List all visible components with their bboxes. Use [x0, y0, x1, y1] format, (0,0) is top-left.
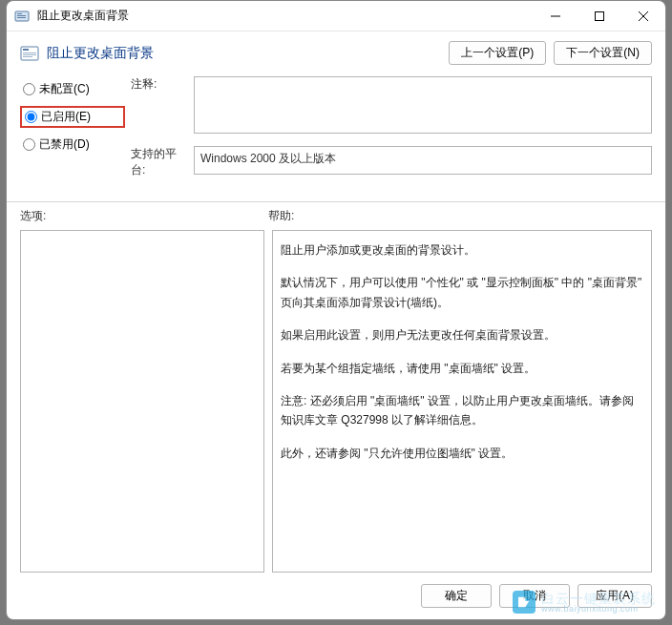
comment-label: 注释:	[131, 76, 188, 93]
ok-button[interactable]: 确定	[421, 584, 492, 608]
radio-not-configured-label: 未配置(C)	[39, 81, 90, 97]
apply-button[interactable]: 应用(A)	[578, 584, 652, 608]
help-p1: 默认情况下，用户可以使用 "个性化" 或 "显示控制面板" 中的 "桌面背景" …	[281, 273, 643, 312]
supported-platform: Windows 2000 及以上版本	[194, 146, 652, 175]
help-label: 帮助:	[268, 208, 294, 224]
svg-rect-5	[596, 11, 604, 20]
panel-labels: 选项: 帮助:	[7, 208, 665, 230]
svg-rect-10	[23, 52, 36, 53]
radio-disabled-input[interactable]	[23, 138, 35, 151]
next-setting-button[interactable]: 下一个设置(N)	[554, 41, 652, 65]
radio-enabled[interactable]: 已启用(E)	[20, 106, 125, 128]
svg-rect-11	[23, 54, 36, 55]
radio-not-configured[interactable]: 未配置(C)	[20, 80, 125, 98]
platform-value: Windows 2000 及以上版本	[200, 152, 336, 165]
svg-rect-1	[17, 13, 22, 14]
help-p0: 阻止用户添加或更改桌面的背景设计。	[281, 240, 643, 260]
svg-rect-3	[17, 17, 26, 18]
maximize-button[interactable]	[578, 1, 621, 31]
close-button[interactable]	[621, 1, 665, 31]
minimize-button[interactable]	[534, 1, 578, 31]
app-icon	[14, 9, 30, 24]
radio-enabled-input[interactable]	[25, 111, 37, 123]
help-p4: 注意: 还必须启用 "桌面墙纸" 设置，以防止用户更改桌面墙纸。请参阅知识库文章…	[281, 391, 643, 430]
help-p2: 如果启用此设置，则用户无法更改任何桌面背景设置。	[281, 325, 643, 344]
bottom-bar: 确定 取消 应用(A) 白云一键重装系统 www.baiyunxitong.co…	[7, 573, 665, 619]
radio-enabled-label: 已启用(E)	[41, 109, 91, 125]
window-title: 阻止更改桌面背景	[37, 8, 534, 24]
policy-title: 阻止更改桌面背景	[47, 45, 154, 62]
config-grid: 未配置(C) 已启用(E) 已禁用(D) 注释: 支持的平台: Windows …	[7, 65, 665, 196]
cancel-button[interactable]: 取消	[499, 584, 570, 608]
comment-input[interactable]	[194, 76, 652, 134]
state-radio-group: 未配置(C) 已启用(E) 已禁用(D)	[20, 76, 125, 154]
platform-label: 支持的平台:	[131, 146, 188, 178]
panels: 阻止用户添加或更改桌面的背景设计。 默认情况下，用户可以使用 "个性化" 或 "…	[7, 230, 665, 573]
help-p3: 若要为某个组指定墙纸，请使用 "桌面墙纸" 设置。	[281, 359, 643, 378]
policy-icon	[20, 44, 39, 63]
previous-setting-button[interactable]: 上一个设置(P)	[449, 41, 546, 65]
svg-rect-9	[23, 49, 29, 51]
radio-disabled-label: 已禁用(D)	[39, 136, 90, 153]
options-panel	[20, 230, 264, 573]
options-label: 选项:	[20, 208, 268, 224]
svg-rect-2	[17, 15, 26, 16]
radio-not-configured-input[interactable]	[23, 83, 35, 95]
dialog-window: 阻止更改桌面背景 阻止更改桌面背景 上一个设置(P) 下一个设置(N) 未配置(…	[6, 0, 666, 620]
help-panel: 阻止用户添加或更改桌面的背景设计。 默认情况下，用户可以使用 "个性化" 或 "…	[272, 230, 652, 573]
svg-rect-12	[23, 56, 32, 57]
radio-disabled[interactable]: 已禁用(D)	[20, 135, 125, 154]
separator	[7, 201, 665, 202]
help-p5: 此外，还请参阅 "只允许使用位图墙纸" 设置。	[281, 444, 643, 463]
titlebar: 阻止更改桌面背景	[7, 1, 665, 31]
header-row: 阻止更改桌面背景 上一个设置(P) 下一个设置(N)	[7, 31, 665, 65]
